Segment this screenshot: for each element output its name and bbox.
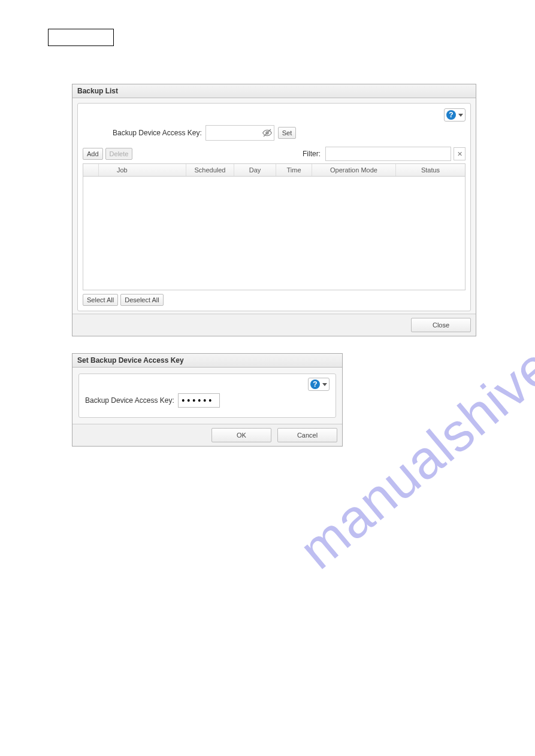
access-key-label: Backup Device Access Key:: [85, 396, 174, 405]
delete-button: Delete: [105, 148, 133, 160]
ok-button[interactable]: OK: [211, 428, 271, 442]
access-key-label: Backup Device Access Key:: [113, 129, 202, 137]
deselect-all-button[interactable]: Deselect All: [120, 294, 163, 306]
access-key-password-input[interactable]: [178, 393, 220, 408]
help-button[interactable]: ?: [308, 378, 330, 391]
chevron-down-icon: [458, 114, 463, 117]
panel2-title: Set Backup Device Access Key: [72, 354, 342, 368]
chevron-down-icon: [322, 383, 327, 386]
col-scheduled[interactable]: Scheduled: [186, 164, 234, 176]
filter-label: Filter:: [303, 150, 321, 158]
set-button[interactable]: Set: [278, 127, 297, 139]
col-time[interactable]: Time: [276, 164, 312, 176]
col-checkbox: [83, 164, 99, 176]
panel-title: Backup List: [72, 84, 476, 98]
help-icon: ?: [310, 379, 320, 389]
close-button[interactable]: Close: [411, 318, 471, 332]
eye-off-icon[interactable]: [262, 128, 272, 138]
backup-list-panel: Backup List ? Backup Device Access Key:: [72, 84, 476, 336]
page-outline-box: [48, 29, 114, 46]
cancel-button[interactable]: Cancel: [277, 428, 337, 442]
col-day[interactable]: Day: [234, 164, 276, 176]
help-icon: ?: [446, 110, 456, 120]
table-header-row: Job Scheduled Day Time Operation Mode St…: [83, 164, 465, 177]
col-status[interactable]: Status: [396, 164, 465, 176]
col-operation-mode[interactable]: Operation Mode: [312, 164, 396, 176]
select-all-button[interactable]: Select All: [83, 294, 118, 306]
help-button[interactable]: ?: [444, 108, 466, 122]
jobs-table: Job Scheduled Day Time Operation Mode St…: [83, 163, 466, 290]
filter-clear-button[interactable]: ✕: [454, 147, 466, 160]
col-job[interactable]: Job: [99, 164, 186, 176]
filter-input[interactable]: [325, 147, 451, 161]
add-button[interactable]: Add: [83, 148, 103, 160]
set-access-key-panel: Set Backup Device Access Key ? Backup De…: [72, 353, 343, 447]
